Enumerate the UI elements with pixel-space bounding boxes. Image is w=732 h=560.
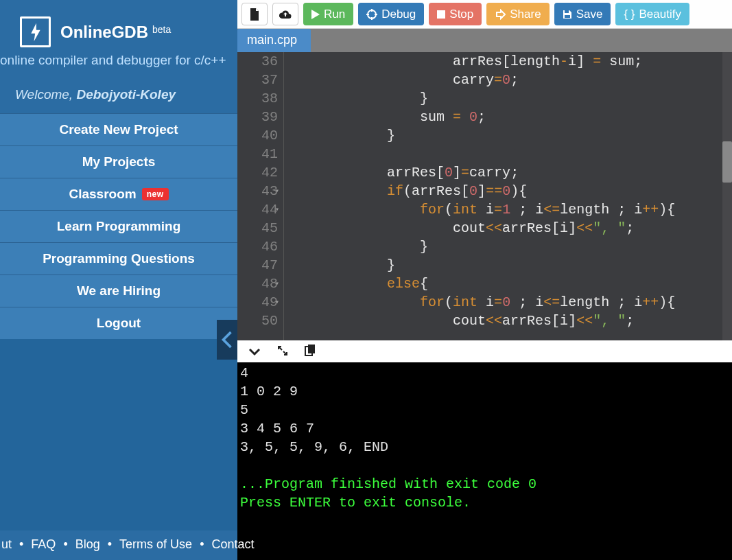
beautify-label: Beautify [639,8,681,21]
share-button[interactable]: Share [486,3,549,25]
brand-row: OnlineGDB beta [0,0,237,54]
new-badge: new [142,188,169,200]
output-controls [237,340,732,362]
sidebar-nav: Create New Project My Projects Classroom… [0,113,237,339]
save-label: Save [576,8,603,21]
brand-tagline: online compiler and debugger for c/c++ [0,53,237,76]
editor-scrollbar[interactable] [722,52,732,340]
brand-name: OnlineGDB [60,23,148,42]
footer-dot: • [16,537,26,551]
footer-link-about[interactable]: ut [0,537,13,551]
debug-label: Debug [381,8,416,21]
nav-logout[interactable]: Logout [0,307,237,339]
toolbar: Run Debug Stop Share Sav [237,0,732,29]
target-icon [366,9,377,20]
svg-rect-6 [565,10,569,13]
new-file-button[interactable] [241,3,268,25]
welcome-message: Welcome, Debojyoti-Koley [0,76,237,113]
bolt-logo [20,16,51,47]
upload-button[interactable] [272,3,298,25]
brand-title: OnlineGDB beta [60,23,171,42]
tab-main-cpp[interactable]: main.cpp [237,29,311,52]
nav-label: My Projects [82,154,156,170]
nav-label: Logout [97,316,141,331]
chevron-down-icon[interactable] [248,344,261,360]
stop-label: Stop [449,8,473,21]
nav-classroom[interactable]: Classroom new [0,178,237,210]
sidebar-collapse-button[interactable] [217,320,237,360]
tab-label: main.cpp [247,33,297,47]
footer-dot: • [197,537,206,551]
tab-strip: main.cpp [237,29,732,52]
nav-label: We are Hiring [77,283,161,299]
svg-rect-7 [565,15,570,18]
nav-my-projects[interactable]: My Projects [0,145,237,178]
footer-link-contact[interactable]: Contact [210,537,255,551]
svg-rect-5 [437,10,445,19]
code-editor[interactable]: 363738394041424344454647484950 arrRes[le… [237,52,732,340]
output-console[interactable]: 4 1 0 2 9 5 3 4 5 6 7 3, 5, 5, 9, 6, END… [237,362,732,560]
sidebar-spacer [0,339,237,530]
brand-badge: beta [152,24,171,35]
braces-icon: { } [624,8,635,21]
save-icon [563,10,572,19]
footer-link-terms[interactable]: Terms of Use [118,537,193,551]
welcome-user: Debojyoti-Koley [76,87,176,102]
editor-scrollbar-thumb[interactable] [722,141,732,183]
file-icon [249,8,260,21]
content-area: Run Debug Stop Share Sav [237,0,732,560]
stop-icon [437,10,445,19]
welcome-prefix: Welcome, [15,87,76,102]
nav-we-are-hiring[interactable]: We are Hiring [0,275,237,307]
share-icon [495,9,506,20]
chevron-left-icon [220,329,235,350]
stop-button[interactable]: Stop [429,3,482,25]
footer-link-faq[interactable]: FAQ [29,537,57,551]
footer-dot: • [60,537,70,551]
save-button[interactable]: Save [554,3,611,25]
debug-button[interactable]: Debug [358,3,424,25]
code-text[interactable]: arrRes[length-i] = sum; carry=0; } sum =… [284,52,732,340]
run-label: Run [324,8,345,21]
beautify-button[interactable]: { } Beautify [615,3,689,25]
share-label: Share [510,8,541,21]
sidebar: OnlineGDB beta online compiler and debug… [0,0,237,560]
svg-rect-9 [308,345,315,353]
bolt-icon [29,23,43,42]
nav-label: Create New Project [59,122,178,137]
footer-links: ut • FAQ • Blog • Terms of Use • Contact [0,530,237,560]
nav-programming-questions[interactable]: Programming Questions [0,242,237,275]
nav-label: Programming Questions [43,251,195,266]
run-button[interactable]: Run [303,3,353,25]
play-icon [311,10,320,19]
copy-icon[interactable] [305,344,316,360]
nav-learn-programming[interactable]: Learn Programming [0,210,237,242]
footer-link-blog[interactable]: Blog [74,537,102,551]
footer-dot: • [105,537,115,551]
line-number-gutter: 363738394041424344454647484950 [237,52,284,340]
nav-label: Classroom [69,187,136,202]
expand-icon[interactable] [277,344,288,360]
nav-create-new-project[interactable]: Create New Project [0,113,237,145]
cloud-upload-icon [279,9,292,20]
nav-label: Learn Programming [57,219,181,234]
